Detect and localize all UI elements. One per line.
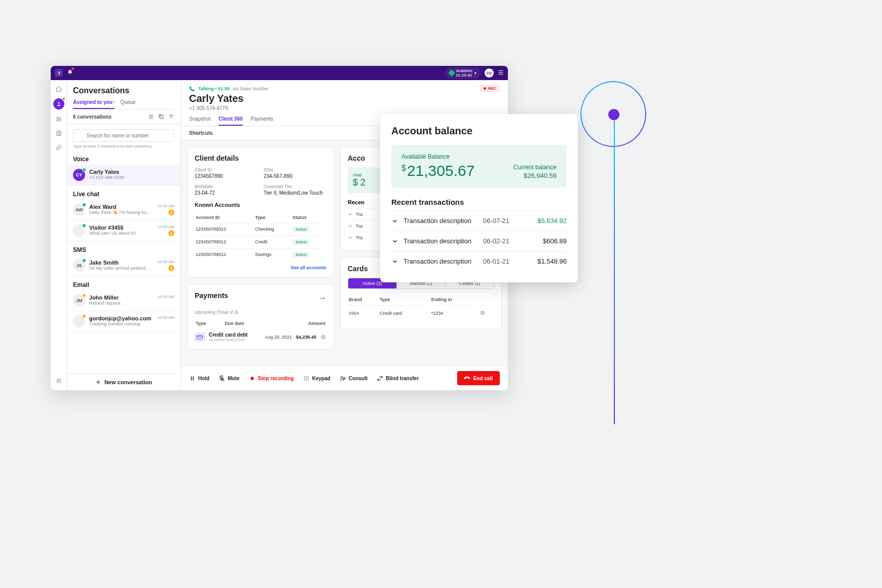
conversation-item[interactable]: Visitor #3455 What can I do about it? 10…	[67, 220, 180, 241]
keypad-button[interactable]: Keypad	[303, 375, 330, 382]
contact-name: Carly Yates	[189, 93, 500, 104]
svg-point-11	[58, 132, 59, 133]
svg-point-6	[60, 119, 61, 120]
section-sms: SMS	[67, 241, 180, 255]
table-row[interactable]: VISACredit card*1234	[349, 305, 493, 321]
svg-rect-37	[193, 376, 194, 380]
search-input[interactable]	[73, 129, 174, 142]
svg-point-43	[304, 378, 305, 379]
svg-rect-32	[197, 336, 203, 339]
section-email: Email	[67, 276, 180, 290]
status-label: Available	[456, 68, 472, 73]
transaction-row[interactable]: Transaction description 06-01-21 $1,548.…	[391, 251, 567, 271]
decoration-line	[614, 120, 615, 424]
copy-icon[interactable]	[158, 114, 164, 120]
call-via: via Sales Number	[233, 86, 269, 91]
client-details-card: Client details Client ID1234567890 SSN23…	[187, 146, 334, 278]
nav-conversations-icon[interactable]	[53, 98, 64, 109]
svg-point-17	[60, 380, 61, 381]
table-row[interactable]: 123456789012SavingsActive	[196, 248, 325, 260]
filter-icon[interactable]	[168, 114, 174, 120]
mute-button[interactable]: Mute	[218, 375, 239, 382]
payment-row[interactable]: Credit card debt#123456789012345 Aug 28,…	[195, 329, 326, 342]
app-logo[interactable]: :t	[55, 69, 63, 77]
transaction-row[interactable]: Transaction description 06-07-21 $5,634.…	[391, 210, 567, 231]
svg-point-12	[57, 379, 58, 380]
nav-contacts-icon[interactable]	[54, 129, 63, 138]
topbar-menu-icon[interactable]	[498, 68, 504, 78]
recent-transactions-header: Recent transactions	[391, 198, 567, 206]
tab-assigned[interactable]: Assigned to you•	[73, 99, 115, 109]
available-balance-value: $21,305.67	[401, 162, 474, 179]
topbar: :t Available 01:25:43 ▾ CO	[51, 66, 508, 80]
section-livechat: Live chat	[67, 186, 180, 200]
nav-rail	[51, 80, 67, 390]
list-view-icon[interactable]	[148, 114, 154, 120]
nav-settings-icon[interactable]	[54, 115, 63, 124]
eye-icon[interactable]	[320, 334, 326, 340]
conversation-item[interactable]: CY Carly Yates +1 814-458-3728	[67, 165, 180, 186]
consult-button[interactable]: Consult	[340, 375, 368, 382]
svg-point-16	[58, 380, 59, 381]
tab-client360[interactable]: Client 360	[218, 116, 242, 126]
conversation-item[interactable]: JS Jake Smith Hi! My order arrived yeste…	[67, 255, 180, 276]
tab-snapshot[interactable]: Snapshot	[189, 116, 210, 126]
table-row[interactable]: 123456789012CreditActive	[196, 236, 325, 247]
blind-transfer-button[interactable]: Blind transfer	[377, 375, 419, 382]
transaction-row[interactable]: Transaction description 06-02-21 $606.89	[391, 231, 567, 251]
end-call-button[interactable]: End call	[457, 371, 500, 385]
phone-icon	[189, 86, 195, 92]
rec-badge: REC	[480, 85, 500, 92]
svg-point-41	[306, 376, 307, 377]
contact-phone: +1 305-574-4779	[189, 105, 500, 111]
svg-point-14	[60, 379, 61, 380]
svg-rect-36	[191, 376, 192, 380]
conversation-count: 6 conversations	[73, 114, 112, 120]
section-voice: Voice	[67, 151, 180, 165]
svg-rect-0	[499, 70, 503, 71]
table-row[interactable]: 123456789012CheckingActive	[196, 223, 325, 235]
search-hint: Type at least 3 characters to start sear…	[73, 144, 174, 149]
eye-icon[interactable]	[480, 310, 486, 316]
decoration-circle	[580, 81, 646, 147]
notifications-icon[interactable]	[67, 68, 73, 78]
popup-title: Account balance	[391, 125, 567, 137]
conv-sub: +1 814-458-3728	[89, 175, 174, 180]
card-icon	[195, 333, 205, 341]
svg-point-48	[308, 379, 309, 380]
nav-apps-icon[interactable]	[54, 376, 63, 385]
see-all-accounts-link[interactable]: See all accounts	[195, 265, 326, 270]
svg-point-40	[304, 376, 305, 377]
svg-point-18	[57, 382, 58, 383]
svg-point-45	[308, 378, 309, 379]
agent-status[interactable]: Available 01:25:43 ▾	[445, 67, 481, 79]
tab-queue[interactable]: Queue	[121, 99, 136, 109]
conversation-item[interactable]: AW Alex Ward Hello there 👋 I'm having tr…	[67, 200, 180, 220]
svg-point-44	[306, 378, 307, 379]
svg-rect-2	[499, 74, 503, 75]
svg-point-8	[57, 120, 58, 121]
conversation-item[interactable]: gordonjcp@yahoo.com Tracking number miss…	[67, 311, 180, 332]
svg-point-49	[341, 376, 343, 378]
current-balance-label: Current balance	[513, 164, 557, 171]
svg-point-46	[304, 379, 305, 380]
nav-link-icon[interactable]	[54, 143, 63, 152]
svg-point-34	[323, 337, 324, 338]
nav-home-icon[interactable]	[54, 84, 63, 93]
call-status-text: Talking • 01:58	[198, 86, 230, 91]
conversations-panel: Conversations Assigned to you• Queue 6 c…	[67, 80, 181, 390]
conv-name: Carly Yates	[89, 169, 174, 175]
payments-card: Payments → Upcoming (Total of 3) TypeDue…	[187, 284, 334, 350]
balance-box: Available Balance $21,305.67 Current bal…	[391, 145, 567, 188]
hold-button[interactable]: Hold	[189, 375, 209, 382]
conversation-item[interactable]: JM John Miller Refund request 10:50 AM	[67, 290, 180, 311]
svg-point-47	[306, 379, 307, 380]
tab-payments[interactable]: Payments	[251, 116, 273, 126]
arrow-right-icon[interactable]: →	[318, 293, 326, 303]
user-avatar[interactable]: CO	[485, 68, 494, 78]
svg-point-42	[308, 376, 309, 377]
stop-recording-button[interactable]: Stop recording	[249, 375, 294, 382]
new-conversation-button[interactable]: New conversation	[67, 374, 180, 390]
svg-point-39	[250, 377, 254, 380]
svg-rect-1	[499, 72, 503, 73]
